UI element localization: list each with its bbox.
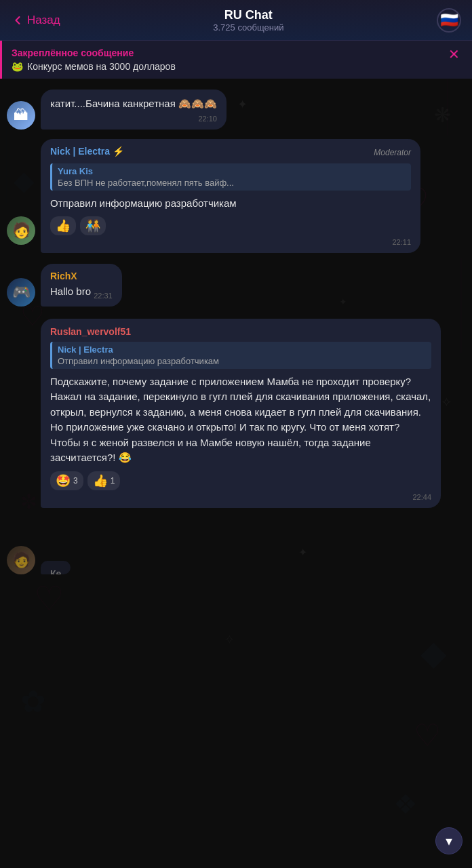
avatar: 🏔 xyxy=(7,101,35,130)
message-time: 22:10 xyxy=(50,115,217,123)
scroll-down-icon: ▾ xyxy=(446,833,452,849)
message-row: 🏔 катит....Бачина канкретная 🙈🙈🙈 22:10 xyxy=(0,87,472,132)
channel-flag[interactable]: 🇷🇺 xyxy=(437,8,461,33)
message-row: Nick | Electra ⚡ Moderator Yura Kis Без … xyxy=(34,136,472,256)
message-time: 22:44 xyxy=(50,493,431,501)
message-text: катит....Бачина канкретная 🙈🙈🙈 xyxy=(50,96,217,112)
pinned-icon: 🐸 xyxy=(12,61,23,72)
inline-time: 22:31 xyxy=(94,292,113,300)
pinned-message-bar[interactable]: Закреплённое сообщение 🐸 Конкурс мемов н… xyxy=(0,41,472,79)
reaction-count: 3 xyxy=(73,476,78,486)
message-count: 3.725 сообщений xyxy=(213,22,283,33)
reaction-thumbup[interactable]: 👍 xyxy=(50,216,76,235)
reply-text: Без ВПН не работает,поменял пять вайф... xyxy=(58,178,406,188)
message-text: Подскажите, почему задание с приложением… xyxy=(50,374,431,466)
pinned-content: Закреплённое сообщение 🐸 Конкурс мемов н… xyxy=(12,47,176,72)
avatar: 🧑 xyxy=(7,546,35,574)
partial-message-row: 🧑 Ке xyxy=(0,543,472,577)
reactions: 🤩 3 👍 1 xyxy=(50,471,431,490)
message-text: Отправил информацию разработчикам xyxy=(50,196,411,212)
message-bubble: RichX Hallo bro 22:31 xyxy=(41,264,122,307)
chat-area: 🏔 катит....Бачина канкретная 🙈🙈🙈 22:10 N… xyxy=(0,79,472,825)
reply-block: Nick | Electra Отправил информацию разра… xyxy=(50,342,431,369)
partial-bubble: Ке xyxy=(41,561,71,574)
message-time: 22:11 xyxy=(50,238,411,246)
reactions: 👍 🧑‍🤝‍🧑 xyxy=(50,216,411,235)
reaction-count: 1 xyxy=(111,476,115,486)
chat-title: RU Chat xyxy=(213,8,283,22)
moderator-badge: Moderator xyxy=(374,148,411,157)
reaction-thumbup[interactable]: 👍 1 xyxy=(87,471,121,490)
message-bubble: Ruslan_wervolf51 Nick | Electra Отправил… xyxy=(41,319,441,508)
pinned-label: Закреплённое сообщение xyxy=(12,47,176,58)
reply-author: Yura Kis xyxy=(58,166,406,176)
reply-text: Отправил информацию разработчикам xyxy=(58,356,426,366)
header: Назад RU Chat 3.725 сообщений 🇷🇺 xyxy=(0,0,472,41)
back-button[interactable]: Назад xyxy=(11,14,60,27)
back-label: Назад xyxy=(27,14,60,27)
sender-name: RichX xyxy=(50,271,113,281)
pinned-message-text: Конкурс мемов на 3000 долларов xyxy=(27,61,176,72)
pinned-close-button[interactable]: ✕ xyxy=(446,47,463,61)
header-center: RU Chat 3.725 сообщений xyxy=(213,8,283,33)
reaction-star-eyes[interactable]: 🤩 3 xyxy=(50,471,83,490)
scroll-down-button[interactable]: ▾ xyxy=(435,827,463,854)
partial-sender: Ке xyxy=(50,568,61,574)
sender-name: Ruslan_wervolf51 xyxy=(50,326,131,337)
avatar: 🎮 xyxy=(7,278,35,307)
message-text: Hallo bro xyxy=(50,285,94,297)
sender-name: Nick | Electra ⚡ xyxy=(50,146,124,157)
reaction-people[interactable]: 🧑‍🤝‍🧑 xyxy=(80,216,106,235)
message-row: Ruslan_wervolf51 Nick | Electra Отправил… xyxy=(0,316,472,511)
pinned-text: 🐸 Конкурс мемов на 3000 долларов xyxy=(12,61,176,72)
reply-block: Yura Kis Без ВПН не работает,поменял пят… xyxy=(50,163,411,191)
reply-author: Nick | Electra xyxy=(58,344,426,355)
message-bubble: катит....Бачина канкретная 🙈🙈🙈 22:10 xyxy=(41,90,227,130)
avatar: 🧑 xyxy=(7,216,35,245)
flag-emoji: 🇷🇺 xyxy=(440,12,458,29)
message-bubble: Nick | Electra ⚡ Moderator Yura Kis Без … xyxy=(41,139,420,254)
